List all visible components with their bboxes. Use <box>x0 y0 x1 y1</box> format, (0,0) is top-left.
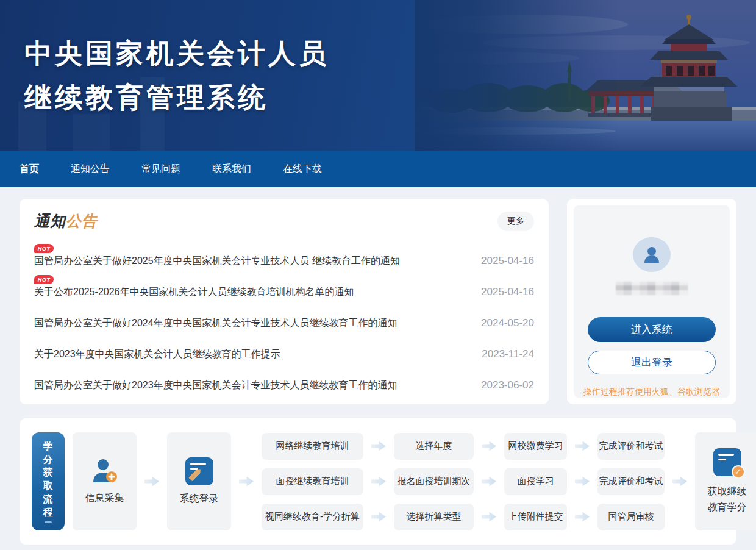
flow-title-char: 学 <box>43 440 54 453</box>
flow-final-label-line1: 获取继续 <box>708 484 747 499</box>
enter-system-button[interactable]: 进入系统 <box>588 317 716 342</box>
flow-title-dash <box>45 521 52 523</box>
notice-link[interactable]: 国管局办公室关于做好2023年度中央国家机关会计专业技术人员继续教育工作的通知 <box>34 378 398 393</box>
notice-date: 2023-06-02 <box>481 377 534 393</box>
flow-arrow-icon <box>371 441 386 451</box>
browser-tip: 操作过程推荐使用火狐、谷歌浏览器 <box>583 387 720 398</box>
flow-arrow-icon <box>482 512 496 522</box>
nav-item-contact[interactable]: 联系我们 <box>212 163 251 176</box>
more-button[interactable]: 更多 <box>497 212 534 231</box>
notice-title-part1: 通知 <box>34 212 66 229</box>
flow-title-char: 流 <box>43 493 54 506</box>
flow-arrow-icon <box>371 512 386 522</box>
avatar <box>633 237 671 272</box>
flow-arrow-icon <box>144 477 159 487</box>
flow-cell: 完成评价和考试 <box>597 468 665 495</box>
notice-panel: 通知公告 更多 HOT 国管局办公室关于做好2025年度中央国家机关会计专业技术… <box>20 199 549 404</box>
notice-row: 国管局办公室关于做好2023年度中央国家机关会计专业技术人员继续教育工作的通知 … <box>34 362 534 393</box>
logout-button[interactable]: 退出登录 <box>588 351 716 374</box>
flow-step-label: 信息采集 <box>85 492 124 505</box>
notice-link[interactable]: 国管局办公室关于做好2025年度中央国家机关会计专业技术人员 继续教育工作的通知 <box>34 254 400 268</box>
flow-step-label: 系统登录 <box>180 493 219 505</box>
page-title-line1: 中央国家机关会计人员 <box>24 32 329 76</box>
notice-row: 关于2023年度中央国家机关会计人员继续教育的工作提示 2023-11-24 <box>34 330 534 362</box>
flow-cell: 网校缴费学习 <box>504 433 567 460</box>
notice-date: 2024-05-20 <box>481 315 534 331</box>
notice-link[interactable]: 关于2023年度中央国家机关会计人员继续教育的工作提示 <box>34 347 280 362</box>
flow-cell: 选择折算类型 <box>394 504 474 530</box>
page-title-line2: 继续教育管理系统 <box>24 76 329 120</box>
flow-arrow-icon <box>575 477 590 487</box>
banner: 中央国家机关会计人员 继续教育管理系统 <box>0 0 756 151</box>
notice-date: 2025-04-16 <box>481 284 534 300</box>
flow-step-login: 系统登录 <box>167 432 231 530</box>
flow-arrow-icon <box>239 477 254 487</box>
flow-step-collect: 信息采集 <box>73 432 137 530</box>
notice-date: 2025-04-16 <box>481 253 534 269</box>
flow-cell: 面授学习 <box>504 468 567 495</box>
notebook-check-icon: ✓ <box>713 448 741 476</box>
flow-arrow-icon <box>482 441 496 451</box>
notebook-pencil-icon <box>185 457 213 485</box>
flow-arrow-icon <box>575 441 590 451</box>
nav-item-downloads[interactable]: 在线下载 <box>283 163 322 176</box>
main-nav: 首页 通知公告 常见问题 联系我们 在线下载 <box>0 151 756 187</box>
flow-title-char: 获 <box>43 466 54 479</box>
flow-cell: 选择年度 <box>394 433 474 460</box>
account-panel: 进入系统 退出登录 操作过程推荐使用火狐、谷歌浏览器 <box>567 199 736 404</box>
flow-arrow-icon <box>575 512 590 522</box>
flow-title-char: 取 <box>43 479 54 493</box>
user-plus-icon <box>90 458 119 485</box>
notice-row: HOT 关于公布2025-2026年中央国家机关会计人员继续教育培训机构名单的通… <box>34 268 534 299</box>
flow-cell: 视同继续教育-学分折算 <box>262 504 363 530</box>
notice-title-part2: 公告 <box>66 212 98 229</box>
flow-arrow-icon <box>371 477 386 487</box>
username-redacted <box>616 282 688 295</box>
flow-arrow-icon <box>672 477 687 487</box>
main-content: 通知公告 更多 HOT 国管局办公室关于做好2025年度中央国家机关会计专业技术… <box>0 187 756 545</box>
notice-date: 2023-11-24 <box>482 346 534 362</box>
page-title: 中央国家机关会计人员 继续教育管理系统 <box>24 32 329 120</box>
hot-badge: HOT <box>34 275 54 284</box>
notice-link[interactable]: 关于公布2025-2026年中央国家机关会计人员继续教育培训机构名单的通知 <box>34 285 354 299</box>
notice-link[interactable]: 国管局办公室关于做好2024年度中央国家机关会计专业技术人员继续教育工作的通知 <box>34 316 398 330</box>
flow-final-label-line2: 教育学分 <box>708 499 747 515</box>
notice-row: 国管局办公室关于做好2024年度中央国家机关会计专业技术人员继续教育工作的通知 … <box>34 299 534 330</box>
banner-fade <box>415 0 756 151</box>
flow-title-pill: 学 分 获 取 流 程 <box>32 432 65 530</box>
flow-title-char: 程 <box>43 505 54 519</box>
hot-badge: HOT <box>34 244 54 253</box>
nav-item-home[interactable]: 首页 <box>20 163 39 176</box>
flow-cell: 完成评价和考试 <box>597 433 665 460</box>
credit-flow-panel: 学 分 获 取 流 程 信息采集 系统登录 <box>20 418 736 545</box>
user-icon <box>641 245 662 265</box>
flow-cell: 上传附件提交 <box>504 504 567 530</box>
notice-row: HOT 国管局办公室关于做好2025年度中央国家机关会计专业技术人员 继续教育工… <box>34 237 534 268</box>
flow-cell: 网络继续教育培训 <box>262 433 363 460</box>
flow-cell: 国管局审核 <box>597 504 665 530</box>
notice-panel-title: 通知公告 <box>34 211 98 231</box>
notice-list: HOT 国管局办公室关于做好2025年度中央国家机关会计专业技术人员 继续教育工… <box>34 237 534 393</box>
flow-step-final: ✓ 获取继续 教育学分 <box>695 432 756 530</box>
nav-item-faq[interactable]: 常见问题 <box>141 163 180 176</box>
nav-item-notices[interactable]: 通知公告 <box>71 163 110 176</box>
flow-title-char: 分 <box>43 453 54 466</box>
flow-cell: 报名面授培训期次 <box>394 468 474 495</box>
flow-cell: 面授继续教育培训 <box>262 468 363 495</box>
flow-arrow-icon <box>482 477 496 487</box>
account-card: 进入系统 退出登录 操作过程推荐使用火狐、谷歌浏览器 <box>574 205 730 398</box>
